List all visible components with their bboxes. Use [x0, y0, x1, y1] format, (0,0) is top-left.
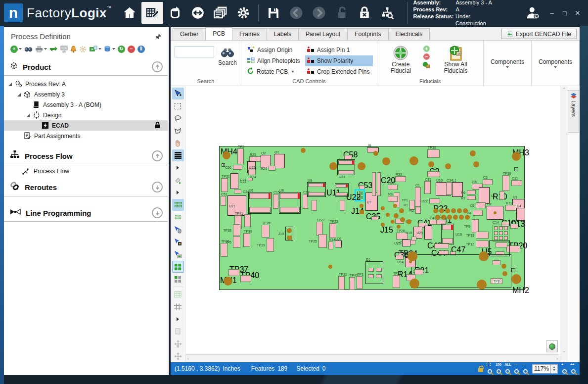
components-dropdown-2[interactable]: Components [532, 41, 580, 86]
pcb-component-c51[interactable]: C51 [221, 196, 226, 206]
flyout-arrow[interactable] [172, 313, 184, 325]
pcb-component-u18[interactable]: U18 [441, 224, 454, 244]
pcb-component-c27[interactable]: C27 [248, 178, 253, 181]
pcb-hole[interactable] [428, 161, 434, 167]
section-header-line-programming[interactable]: Line Programming [4, 203, 168, 222]
pcb-component[interactable] [376, 274, 382, 278]
pcb-component-tp29[interactable]: TP29 [267, 238, 274, 252]
pcb-component[interactable] [511, 268, 515, 272]
pcb-hole[interactable] [223, 151, 230, 159]
pcb-hole[interactable] [400, 217, 405, 222]
presentation-button[interactable] [60, 45, 68, 53]
pcb-component-c11[interactable]: C11 [511, 180, 522, 186]
pcb-component-u23[interactable]: U23 [337, 159, 355, 175]
pcb-hole[interactable] [465, 215, 470, 220]
pcb-hole[interactable] [459, 215, 464, 220]
pcb-component-tp12[interactable]: TP12 [476, 240, 489, 247]
unlock-button[interactable] [331, 2, 353, 24]
pcb-component-tp5[interactable]: TP5 [237, 148, 244, 164]
pcb-hole[interactable] [358, 162, 365, 170]
pcb-component-r26[interactable]: R26 [269, 166, 275, 171]
pcb-hole[interactable] [381, 206, 385, 210]
components-dropdown-1[interactable]: Components [484, 41, 532, 86]
tree-item-ecad[interactable]: ECAD [4, 120, 168, 131]
tree-item-assembly-3-a-bom-[interactable]: Assembly 3 - A (BOM) [4, 99, 168, 110]
pcb-component-tp27[interactable]: TP27 [316, 222, 323, 236]
view-world-button[interactable] [546, 340, 558, 352]
pcb-viewport[interactable]: MH4TP5R25Q2Q1C26U12R26R24C27TP31U13C34U2… [185, 86, 560, 362]
grid-light-tool[interactable] [172, 288, 184, 300]
pcb-component[interactable] [396, 255, 404, 260]
pan-tool[interactable] [172, 137, 184, 149]
zoom-all-button[interactable]: ALL [505, 364, 510, 374]
pcb-hole[interactable] [328, 265, 332, 269]
pcb-component-l1[interactable]: L1 [452, 182, 463, 197]
create-fiducial-button[interactable]: Create Fiducial [381, 45, 421, 74]
tree-item-assembly-3[interactable]: Assembly 3 [4, 89, 168, 99]
pcb-hole[interactable] [445, 208, 450, 213]
collapse-up-icon[interactable] [152, 150, 163, 161]
print-button[interactable] [35, 45, 47, 53]
move-tool[interactable] [172, 350, 184, 362]
scroll-right-arrow[interactable]: › [556, 356, 558, 361]
polygon-select-tool[interactable] [172, 125, 184, 137]
flyout-arrow[interactable] [172, 162, 184, 174]
layers-panel-tab[interactable]: Layers [568, 90, 579, 133]
pcb-component-tp31[interactable]: TP31 [221, 178, 228, 192]
section-header-process-flow[interactable]: Process Flow [4, 146, 168, 165]
pcb-component-u8[interactable]: U8 [279, 192, 301, 214]
pcb-component[interactable] [499, 191, 504, 200]
pcb-hole[interactable] [329, 162, 337, 170]
grid-small-tool[interactable] [172, 211, 184, 223]
zoom-in-fast-button[interactable]: ++ [571, 364, 576, 374]
tree-expander[interactable] [26, 113, 31, 118]
documents-button[interactable] [210, 2, 231, 24]
pcb-component-q1[interactable]: Q1 [274, 154, 285, 168]
pcb-board[interactable]: MH4TP5R25Q2Q1C26U12R26R24C27TP31U13C34U2… [219, 146, 525, 290]
pcb-component-ld1[interactable]: LD1 [335, 240, 342, 247]
pcb-component-tp25[interactable]: TP25 [318, 234, 327, 248]
horizontal-scrollbar[interactable]: ‹› [185, 354, 560, 362]
pcb-hole[interactable] [373, 151, 378, 156]
tab-panel-layout[interactable]: Panel Layout [298, 28, 348, 40]
pcb-hole[interactable] [397, 225, 401, 229]
pcb-component-tp39[interactable]: TP39 [243, 233, 250, 247]
pcb-component[interactable] [510, 224, 518, 229]
pcb-component[interactable] [372, 172, 376, 196]
components-view-tool[interactable] [172, 261, 184, 273]
pcb-component[interactable] [368, 268, 374, 272]
pcb-pad-square[interactable] [360, 210, 364, 214]
pcb-component-tp23[interactable]: TP23 [329, 223, 336, 238]
tree-item-process-flow[interactable]: Process Flow [4, 165, 168, 177]
pause-button[interactable]: ‖ [137, 45, 145, 53]
process-definition-button[interactable] [141, 2, 163, 24]
pcb-component-r6[interactable]: R6 [467, 190, 476, 194]
pcb-hole[interactable] [391, 220, 395, 224]
lock-discard-button[interactable] [354, 2, 375, 24]
pcb-component-r22[interactable]: R22 [429, 198, 440, 203]
pcb-component[interactable] [411, 237, 416, 240]
scroll-up-arrow[interactable]: ⌃ [562, 87, 566, 92]
home-button[interactable] [119, 2, 140, 24]
tab-footprints[interactable]: Footprints [347, 28, 388, 40]
pcb-component[interactable] [434, 243, 449, 248]
tab-electricals[interactable]: Electricals [388, 28, 430, 40]
pcb-component[interactable] [414, 269, 423, 275]
components-mixed-tool[interactable] [172, 273, 184, 285]
export-gencad-button[interactable]: Export GENCAD File [501, 29, 577, 39]
section-header-reroutes[interactable]: Reroutes [4, 177, 168, 196]
pcb-hole[interactable] [473, 161, 479, 167]
pcb-component-u20[interactable]: U20 [424, 226, 432, 240]
pcb-component-u9[interactable]: U9 [307, 182, 326, 197]
pcb-component-tp9[interactable]: TP9 [472, 219, 479, 233]
pcb-component[interactable] [371, 216, 378, 220]
tree-expander[interactable] [17, 92, 22, 97]
save-button[interactable] [263, 2, 284, 24]
pcb-component-c15[interactable]: C15 [273, 194, 278, 209]
align-photoplots-button[interactable]: Align Photoplots [245, 55, 303, 66]
pcb-component-tp38[interactable]: TP38 [233, 224, 240, 236]
pcb-component[interactable] [340, 200, 345, 211]
pcb-component-c1[interactable]: C1 [415, 187, 421, 207]
scroll-left-arrow[interactable]: ‹ [187, 356, 189, 361]
pcb-component[interactable] [222, 163, 225, 167]
